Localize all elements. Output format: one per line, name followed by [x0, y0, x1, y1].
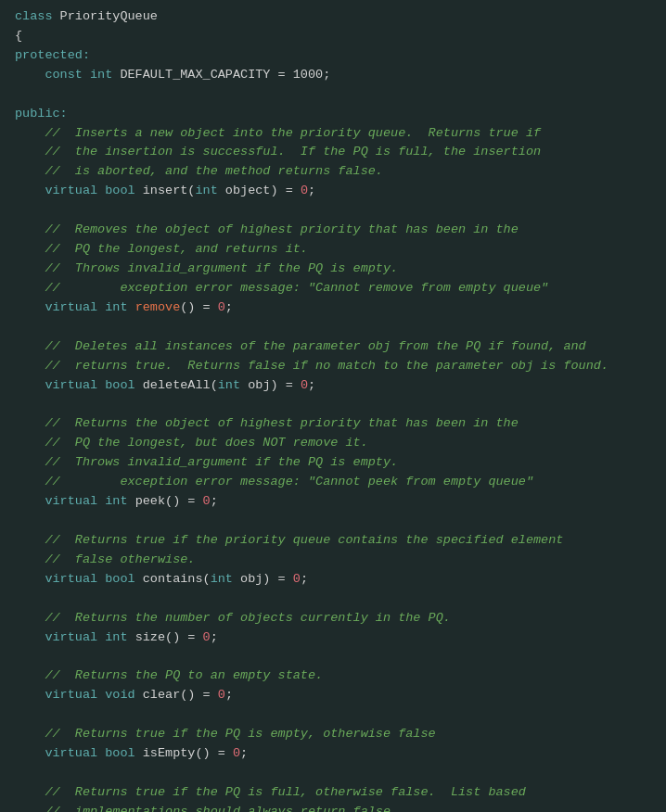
- code-token: [15, 473, 45, 492]
- code-line: // Returns the PQ to an empty state.: [0, 666, 666, 686]
- code-token: peek: [135, 492, 165, 512]
- code-token: PriorityQueue: [60, 7, 158, 27]
- code-token: // exception error message: "Cannot peek…: [45, 473, 533, 492]
- code-token: contains: [143, 570, 203, 590]
- code-token: [15, 803, 45, 812]
- code-token: size: [135, 628, 165, 648]
- code-token: [15, 182, 45, 201]
- code-token: [15, 434, 45, 453]
- code-token: [15, 162, 45, 182]
- code-token: () =: [180, 686, 218, 705]
- code-token: // is aborted, and the method returns fa…: [45, 162, 383, 182]
- code-token: [15, 551, 45, 570]
- code-line: [0, 395, 666, 414]
- code-line: virtual int size() = 0;: [0, 628, 666, 648]
- code-token: [15, 686, 45, 705]
- code-token: ;: [211, 492, 218, 512]
- code-token: // Returns true if the PQ is full, other…: [45, 783, 525, 803]
- code-token: [15, 609, 45, 628]
- code-token: ;: [308, 376, 315, 396]
- code-token: // Returns the object of highest priorit…: [45, 414, 518, 434]
- code-line: // Removes the object of highest priorit…: [0, 221, 666, 240]
- code-token: ;: [225, 686, 233, 705]
- code-token: const int: [45, 66, 120, 85]
- code-token: clear: [143, 686, 181, 705]
- code-token: 0: [293, 570, 301, 590]
- code-token: virtual int: [45, 492, 134, 512]
- code-line: // returns true. Returns false if no mat…: [0, 357, 666, 376]
- code-editor: class PriorityQueue{protected: const int…: [0, 0, 666, 812]
- code-line: // the insertion is successful. If the P…: [0, 143, 666, 162]
- code-token: remove: [135, 298, 181, 318]
- code-token: // Removes the object of highest priorit…: [45, 221, 518, 240]
- code-token: [15, 492, 45, 512]
- code-token: [15, 376, 45, 396]
- code-line: // Returns true if the PQ is empty, othe…: [0, 725, 666, 744]
- code-token: [15, 570, 45, 590]
- code-token: [15, 240, 45, 260]
- code-line: virtual bool insert(int object) = 0;: [0, 182, 666, 201]
- code-token: [15, 744, 45, 764]
- code-line: // is aborted, and the method returns fa…: [0, 162, 666, 182]
- code-token: // Returns true if the PQ is empty, othe…: [45, 725, 435, 744]
- code-line: virtual int peek() = 0;: [0, 492, 666, 512]
- code-line: virtual int remove() = 0;: [0, 298, 666, 318]
- code-line: // implementations should always return …: [0, 803, 666, 812]
- code-token: 0: [203, 628, 211, 648]
- code-line: virtual bool contains(int obj) = 0;: [0, 570, 666, 590]
- code-line: [0, 201, 666, 221]
- code-token: int: [211, 570, 233, 590]
- code-token: [15, 260, 45, 279]
- code-token: [15, 725, 45, 744]
- code-token: DEFAULT_MAX_CAPACITY = 1000;: [120, 66, 330, 85]
- code-token: [15, 221, 45, 240]
- code-token: deleteAll: [143, 376, 211, 396]
- code-token: () =: [165, 492, 203, 512]
- code-token: int: [218, 376, 240, 396]
- code-token: insert: [143, 182, 188, 201]
- code-token: [15, 279, 45, 298]
- code-token: // Returns the number of objects current…: [45, 609, 450, 628]
- code-token: [15, 298, 45, 318]
- code-token: object) =: [218, 182, 301, 201]
- code-line: [0, 318, 666, 337]
- code-token: public:: [15, 105, 68, 124]
- code-token: () =: [165, 628, 203, 648]
- code-token: 0: [203, 492, 211, 512]
- code-line: // PQ the longest, but does NOT remove i…: [0, 434, 666, 453]
- code-token: virtual int: [45, 298, 134, 318]
- code-line: virtual bool isEmpty() = 0;: [0, 744, 666, 764]
- code-line: // exception error message: "Cannot remo…: [0, 279, 666, 298]
- code-token: virtual int: [45, 628, 134, 648]
- code-token: 0: [218, 298, 225, 318]
- code-line: // Deletes all instances of the paramete…: [0, 337, 666, 357]
- code-token: [15, 66, 45, 85]
- code-token: ;: [211, 628, 218, 648]
- code-token: [15, 628, 45, 648]
- code-token: () =: [180, 298, 218, 318]
- code-token: [15, 647, 45, 666]
- code-line: [0, 85, 666, 105]
- code-token: ;: [240, 744, 248, 764]
- code-line: // Throws invalid_argument if the PQ is …: [0, 453, 666, 473]
- code-token: () =: [195, 744, 233, 764]
- code-token: isEmpty: [143, 744, 196, 764]
- code-token: {: [15, 27, 22, 46]
- code-token: [15, 453, 45, 473]
- code-line: [0, 764, 666, 783]
- code-line: // exception error message: "Cannot peek…: [0, 473, 666, 492]
- code-line: // Throws invalid_argument if the PQ is …: [0, 260, 666, 279]
- code-token: // Deletes all instances of the paramete…: [45, 337, 585, 357]
- code-token: // PQ the longest, and returns it.: [45, 240, 308, 260]
- code-line: // Inserts a new object into the priorit…: [0, 124, 666, 144]
- code-line: virtual bool deleteAll(int obj) = 0;: [0, 376, 666, 396]
- code-token: // false otherwise.: [45, 551, 195, 570]
- code-token: ;: [301, 570, 308, 590]
- code-token: // implementations should always return …: [45, 803, 398, 812]
- code-token: class: [15, 7, 60, 27]
- code-token: obj) =: [240, 376, 301, 396]
- code-token: // the insertion is successful. If the P…: [45, 143, 541, 162]
- code-token: 0: [218, 686, 225, 705]
- code-line: virtual void clear() = 0;: [0, 686, 666, 705]
- code-token: virtual bool: [45, 182, 142, 201]
